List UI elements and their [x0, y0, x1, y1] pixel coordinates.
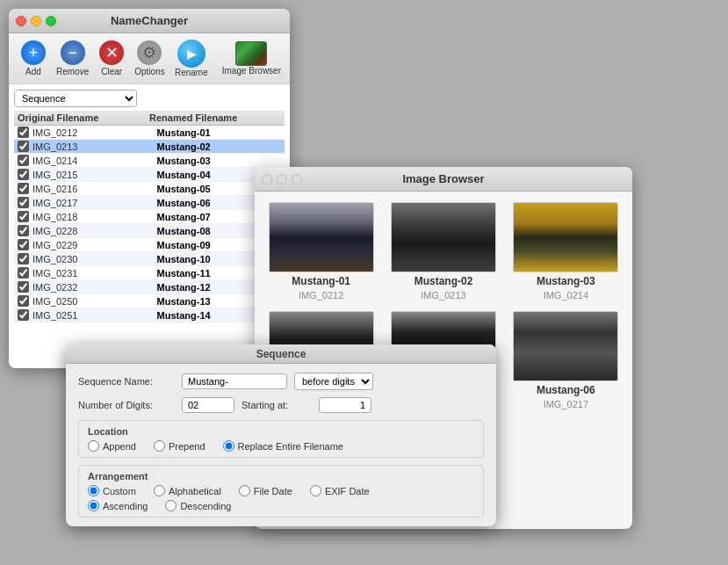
- image-item[interactable]: Mustang-06 IMG_0217: [510, 311, 622, 409]
- append-option[interactable]: Append: [88, 440, 136, 452]
- append-radio[interactable]: [88, 440, 99, 452]
- ib-minimize-button[interactable]: [277, 174, 287, 185]
- exif-date-radio[interactable]: [310, 485, 321, 496]
- descending-radio[interactable]: [165, 500, 177, 511]
- file-checkbox[interactable]: [18, 281, 29, 293]
- table-row[interactable]: IMG_0212 Mustang-01: [14, 126, 285, 140]
- sub-arrangement-radio-group: Ascending Descending: [88, 500, 474, 511]
- remove-icon: −: [61, 40, 85, 65]
- table-row[interactable]: IMG_0232 Mustang-12: [14, 280, 285, 294]
- file-checkbox[interactable]: [18, 141, 29, 152]
- table-row[interactable]: IMG_0251 Mustang-14: [14, 308, 285, 322]
- rename-button[interactable]: Rename: [175, 40, 208, 77]
- replace-radio[interactable]: [223, 440, 234, 452]
- table-row[interactable]: IMG_0231 Mustang-11: [14, 266, 285, 280]
- sequence-name-label: Sequence Name:: [78, 376, 175, 387]
- descending-option[interactable]: Descending: [165, 500, 231, 511]
- image-item[interactable]: Mustang-03 IMG_0214: [510, 202, 622, 301]
- clear-button[interactable]: ✕ Clear: [96, 39, 127, 78]
- file-checkbox[interactable]: [18, 127, 29, 138]
- file-date-label: File Date: [254, 486, 292, 496]
- table-row[interactable]: IMG_0216 Mustang-05: [14, 182, 285, 196]
- sequence-name-input[interactable]: [182, 373, 287, 389]
- starting-at-input[interactable]: [319, 397, 371, 413]
- image-item[interactable]: Mustang-02 IMG_0213: [387, 202, 499, 301]
- file-list[interactable]: IMG_0212 Mustang-01 IMG_0213 Mustang-02 …: [14, 126, 285, 363]
- custom-radio[interactable]: [88, 485, 99, 496]
- add-button[interactable]: + Add: [18, 39, 49, 78]
- file-checkbox[interactable]: [18, 155, 29, 166]
- table-row[interactable]: IMG_0214 Mustang-03: [14, 154, 285, 168]
- prepend-option[interactable]: Prepend: [154, 440, 205, 452]
- original-filename: IMG_0231: [32, 268, 157, 279]
- image-label: Mustang-02: [414, 275, 473, 287]
- custom-label: Custom: [103, 486, 136, 496]
- table-row[interactable]: IMG_0218 Mustang-07: [14, 210, 285, 224]
- digits-spinbox[interactable]: [182, 397, 234, 413]
- sequence-select[interactable]: Sequence: [14, 90, 137, 107]
- ib-maximize-button[interactable]: [292, 174, 302, 185]
- table-row[interactable]: IMG_0229 Mustang-09: [14, 238, 285, 252]
- sequence-dialog-body: Sequence Name: before digits after digit…: [66, 364, 496, 526]
- clear-icon: ✕: [99, 40, 124, 65]
- main-toolbar: + Add − Remove ✕ Clear ⚙ Options Rename …: [9, 33, 290, 84]
- file-checkbox[interactable]: [18, 309, 29, 321]
- table-row[interactable]: IMG_0217 Mustang-06: [14, 196, 285, 210]
- before-digits-select[interactable]: before digits after digits: [294, 373, 373, 390]
- location-section: Location Append Prepend Replace Entire F…: [78, 420, 484, 458]
- file-date-option[interactable]: File Date: [239, 485, 292, 496]
- file-checkbox[interactable]: [18, 197, 29, 208]
- replace-option[interactable]: Replace Entire Filename: [223, 440, 343, 452]
- ib-close-button[interactable]: [262, 174, 272, 185]
- remove-button[interactable]: − Remove: [53, 39, 92, 78]
- location-radio-group: Append Prepend Replace Entire Filename: [88, 440, 474, 452]
- image-browser-button[interactable]: Image Browser: [222, 41, 281, 76]
- image-item[interactable]: Mustang-01 IMG_0212: [265, 202, 377, 301]
- file-checkbox[interactable]: [18, 183, 29, 194]
- traffic-lights: [16, 16, 56, 26]
- image-sublabel: IMG_0214: [544, 290, 588, 301]
- arrangement-section: Arrangement Custom Alphabetical File Dat…: [78, 465, 484, 518]
- digits-label: Number of Digits:: [78, 400, 175, 410]
- table-row[interactable]: IMG_0230 Mustang-10: [14, 252, 285, 266]
- image-label: Mustang-03: [537, 275, 595, 287]
- sequence-dialog-title: Sequence: [256, 348, 306, 360]
- file-checkbox[interactable]: [18, 211, 29, 222]
- sequence-dialog-title-bar: Sequence: [66, 344, 496, 364]
- file-checkbox[interactable]: [18, 267, 29, 279]
- maximize-button[interactable]: [46, 16, 56, 26]
- minimize-button[interactable]: [31, 16, 41, 26]
- close-button[interactable]: [16, 16, 26, 26]
- original-filename: IMG_0215: [32, 170, 157, 180]
- exif-date-option[interactable]: EXIF Date: [310, 485, 370, 496]
- ascending-option[interactable]: Ascending: [88, 500, 148, 511]
- file-checkbox[interactable]: [18, 169, 29, 180]
- file-checkbox[interactable]: [18, 253, 29, 264]
- original-filename: IMG_0218: [32, 212, 157, 222]
- options-button[interactable]: ⚙ Options: [131, 39, 168, 78]
- table-row[interactable]: IMG_0250 Mustang-13: [14, 294, 285, 308]
- original-filename: IMG_0217: [32, 198, 157, 208]
- file-checkbox[interactable]: [18, 239, 29, 250]
- file-checkbox[interactable]: [18, 225, 29, 236]
- alphabetical-radio[interactable]: [154, 485, 165, 496]
- file-checkbox[interactable]: [18, 295, 29, 307]
- table-row[interactable]: IMG_0213 Mustang-02: [14, 140, 285, 154]
- main-title-bar: NameChanger: [9, 9, 290, 33]
- table-row[interactable]: IMG_0215 Mustang-04: [14, 168, 285, 182]
- original-filename: IMG_0216: [32, 184, 157, 194]
- file-date-radio[interactable]: [239, 485, 250, 496]
- car-image: [270, 203, 373, 272]
- alphabetical-option[interactable]: Alphabetical: [154, 485, 221, 496]
- sequence-dialog: Sequence Sequence Name: before digits af…: [66, 344, 496, 526]
- prepend-label: Prepend: [169, 441, 205, 452]
- car-image: [514, 203, 617, 272]
- table-row[interactable]: IMG_0228 Mustang-08: [14, 224, 285, 238]
- image-thumbnail: [513, 311, 618, 381]
- main-window: NameChanger + Add − Remove ✕ Clear ⚙ Opt…: [9, 9, 290, 368]
- ascending-radio[interactable]: [88, 500, 99, 511]
- custom-option[interactable]: Custom: [88, 485, 136, 496]
- starting-at-spinbox[interactable]: [319, 397, 371, 413]
- digits-input[interactable]: [182, 397, 234, 413]
- prepend-radio[interactable]: [154, 440, 165, 452]
